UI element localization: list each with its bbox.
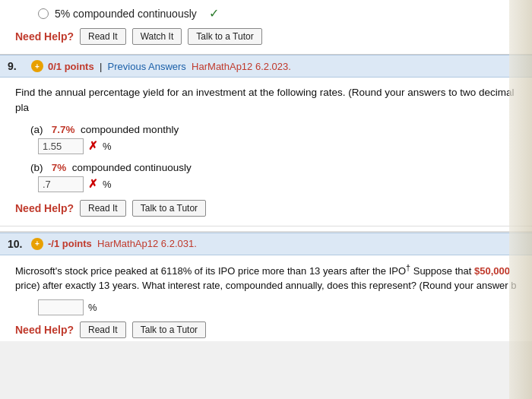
q9-part-b-type: compounded continuously [72,162,192,173]
talk-to-tutor-button-q9[interactable]: Talk to a Tutor [132,200,206,217]
q10-percent: % [88,302,97,313]
q10-body: Microsoft's stock price peaked at 6118% … [0,255,532,341]
q9-badge: + [31,60,43,72]
q10-section: 10. + -/1 points HarMathAp12 6.2.031. Mi… [0,231,532,341]
need-help-label: Need Help? [15,30,74,43]
q10-text-p1: Microsoft's stock price peaked at 6118% … [15,265,406,277]
q9-part-b-percent: % [103,179,112,190]
q9-part-a-input[interactable] [38,138,84,154]
q9-part-a-wrong-icon: ✗ [88,139,98,153]
q9-points: 0/1 points [48,61,94,72]
q9-source: HarMathAp12 6.2.023. [192,61,291,72]
q9-part-a-rate: 7.7% [52,124,75,135]
q10-input-row: % [15,299,517,315]
radio-button [38,8,49,19]
correct-checkmark: ✓ [209,6,219,21]
q9-part-b-input-row: ✗ % [30,176,517,192]
q10-points: -/1 points [48,238,92,249]
read-it-button-top[interactable]: Read It [80,28,126,45]
q9-part-b-rate: 7% [52,162,67,173]
q9-part-b-wrong-icon: ✗ [88,177,98,191]
q9-part-b-label: (b) 7% compounded continuously [30,162,517,173]
read-it-button-q10[interactable]: Read It [80,321,126,338]
q10-number: 10. [8,238,27,250]
q9-meta: 0/1 points | Previous Answers HarMathAp1… [48,61,291,72]
q10-header: 10. + -/1 points HarMathAp12 6.2.031. [0,233,532,255]
q10-answer-input[interactable] [38,299,84,315]
q9-separator: | [100,61,102,72]
talk-to-tutor-button-q10[interactable]: Talk to a Tutor [132,321,206,338]
q9-part-a-input-row: ✗ % [30,138,517,154]
q10-source: HarMathAp12 6.2.031. [97,238,197,249]
q9-number: 9. [8,60,27,72]
q9-prev-answers[interactable]: Previous Answers [108,61,186,72]
talk-to-tutor-button-top[interactable]: Talk to a Tutor [188,28,261,45]
q9-part-a-percent: % [103,141,112,152]
q9-part-a-label: (a) 7.7% compounded monthly [30,124,517,135]
read-it-button-q9[interactable]: Read It [80,200,126,217]
answer-option-text: 5% compounded continuously [55,8,197,20]
q9-question-text: Find the annual percentage yield for an … [15,85,517,116]
q10-text-p2: Suppose that [410,265,474,277]
q10-badge: + [31,238,43,250]
q10-meta: -/1 points HarMathAp12 6.2.031. [48,238,197,249]
q10-highlight: $50,000 [474,265,510,277]
q10-need-help-label: Need Help? [15,324,74,336]
q9-part-b: (b) 7% compounded continuously ✗ % [15,162,517,192]
watch-it-button[interactable]: Watch It [132,28,182,45]
q10-question-text: Microsoft's stock price peaked at 6118% … [15,261,517,293]
q9-body: Find the annual percentage yield for an … [0,78,532,226]
q9-need-help-label: Need Help? [15,202,74,214]
question-9-header: 9. + 0/1 points | Previous Answers HarMa… [0,55,532,78]
q9-part-a-type: compounded monthly [81,124,179,135]
q9-part-a: (a) 7.7% compounded monthly ✗ % [15,124,517,154]
q10-text-p3: price) after exactly 13 years. What inte… [15,280,517,291]
q9-part-b-input[interactable] [38,176,84,192]
